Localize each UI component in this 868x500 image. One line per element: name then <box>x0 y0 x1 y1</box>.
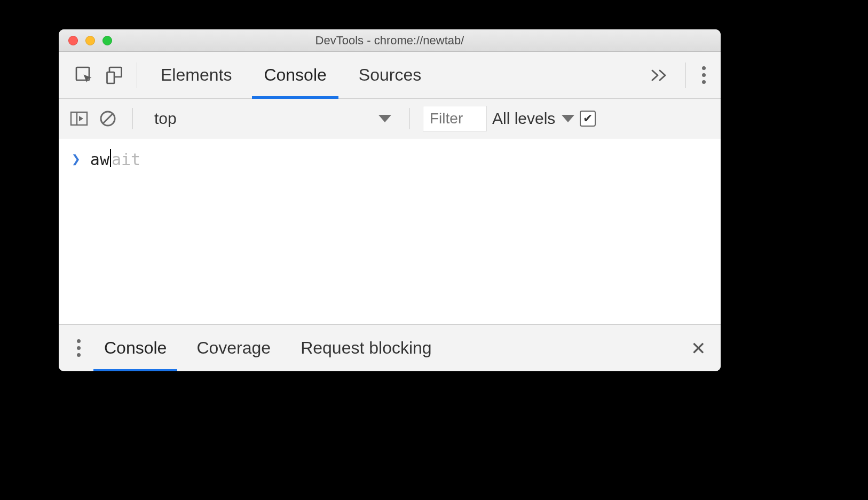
console-body[interactable]: ❯ await <box>59 138 721 324</box>
console-input[interactable]: await <box>90 149 140 169</box>
clear-console-icon[interactable] <box>96 107 120 130</box>
device-toolbar-icon[interactable] <box>99 60 129 90</box>
close-drawer-icon[interactable]: ✕ <box>685 338 711 359</box>
zoom-window-button[interactable] <box>102 36 112 45</box>
typed-text: aw <box>90 150 109 169</box>
prompt-caret-icon: ❯ <box>72 150 81 168</box>
drawer-tab-console[interactable]: Console <box>89 325 182 371</box>
console-toolbar: top All levels ✔ <box>59 99 721 138</box>
settings-menu-icon[interactable] <box>693 66 714 84</box>
window-title: DevTools - chrome://newtab/ <box>59 34 721 48</box>
tab-sources[interactable]: Sources <box>343 52 437 98</box>
separator <box>132 108 133 129</box>
titlebar: DevTools - chrome://newtab/ <box>59 29 721 52</box>
minimize-window-button[interactable] <box>85 36 95 45</box>
main-tabs: Elements Console Sources <box>145 52 437 98</box>
tab-label: Console <box>264 65 326 85</box>
more-tabs-icon[interactable] <box>641 68 678 82</box>
tab-label: Elements <box>161 65 232 85</box>
log-levels-select[interactable]: All levels <box>492 110 574 128</box>
drawer: Console Coverage Request blocking ✕ <box>59 324 721 371</box>
drawer-tab-coverage[interactable]: Coverage <box>182 325 286 371</box>
traffic-lights <box>59 36 112 45</box>
drawer-tab-request-blocking[interactable]: Request blocking <box>286 325 446 371</box>
filter-input[interactable] <box>423 106 487 131</box>
console-prompt-line: ❯ await <box>72 149 708 169</box>
separator <box>409 108 410 129</box>
levels-label: All levels <box>492 110 555 128</box>
execution-context-select[interactable]: top <box>146 110 397 128</box>
inspect-element-icon[interactable] <box>69 60 99 90</box>
context-label: top <box>154 110 177 128</box>
tab-label: Sources <box>359 65 421 85</box>
text-cursor <box>110 149 111 167</box>
tab-console[interactable]: Console <box>248 52 342 98</box>
devtools-window: DevTools - chrome://newtab/ Elements <box>59 29 721 371</box>
separator <box>685 62 686 88</box>
group-similar-checkbox[interactable]: ✔ <box>580 111 596 127</box>
chevron-down-icon <box>562 115 574 122</box>
tab-label: Console <box>104 338 167 358</box>
tab-label: Request blocking <box>301 338 431 358</box>
toggle-sidebar-icon[interactable] <box>67 107 91 130</box>
chevron-down-icon <box>378 115 391 122</box>
svg-rect-2 <box>107 72 115 83</box>
svg-line-6 <box>103 114 113 123</box>
tab-label: Coverage <box>196 338 271 358</box>
drawer-tabs: Console Coverage Request blocking <box>89 325 447 371</box>
separator <box>137 62 137 88</box>
drawer-menu-icon[interactable] <box>68 339 89 357</box>
tab-elements[interactable]: Elements <box>145 52 248 98</box>
close-window-button[interactable] <box>68 36 78 45</box>
main-tabstrip: Elements Console Sources <box>59 52 721 99</box>
autocomplete-suggestion: ait <box>112 150 140 169</box>
